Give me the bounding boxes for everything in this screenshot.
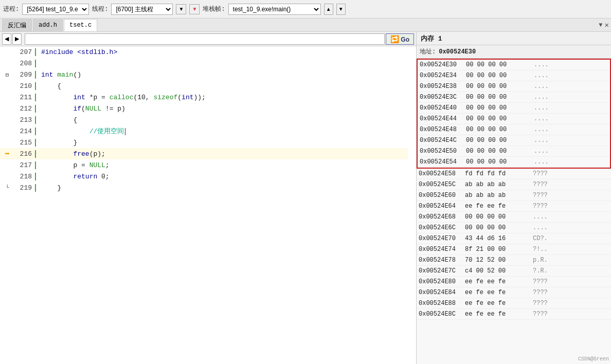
go-icon: 🔁 — [390, 35, 399, 43]
memory-row[interactable]: 0x00524E6C 00 00 00 00 .... — [417, 223, 611, 233]
mem-addr: 0x00524E88 — [417, 300, 464, 307]
memory-content[interactable]: 0x00524E30 00 00 00 00 .... 0x00524E34 0… — [417, 59, 611, 364]
code-toolbar: ◀ ▶ 🔁 Go — [0, 32, 416, 46]
memory-row[interactable]: 0x00524E68 00 00 00 00 .... — [417, 212, 611, 223]
memory-row[interactable]: 0x00524E80 ee fe ee fe ???? — [417, 277, 611, 287]
line-num-212: 212 — [14, 105, 36, 113]
mem-chars: p.R. — [531, 257, 550, 264]
tab-close-area: ▼ ✕ — [599, 21, 611, 29]
mem-chars: .... — [532, 83, 551, 90]
nav-back-btn[interactable]: ◀ — [2, 33, 11, 45]
line-content-213: { — [36, 116, 77, 124]
mem-addr: 0x00524E3C — [418, 94, 465, 101]
mem-chars: .... — [531, 213, 550, 221]
memory-row[interactable]: 0x00524E78 70 12 52 00 p.R. — [417, 255, 611, 266]
mem-addr: 0x00524E58 — [417, 170, 464, 177]
line-content-214: //使用空间 — [36, 126, 125, 136]
tab-add-h[interactable]: add.h — [33, 19, 63, 31]
mem-addr: 0x00524E34 — [418, 72, 465, 79]
mem-chars: .... — [532, 72, 551, 79]
fold-end-indicator: └ — [6, 185, 9, 191]
process-select[interactable]: [5264] test_10_9.e — [22, 4, 89, 15]
mem-chars: .... — [532, 94, 551, 101]
mem-addr: 0x00524E60 — [417, 192, 464, 199]
mem-chars: .... — [532, 115, 551, 122]
line-content-210: { — [36, 82, 61, 90]
mem-addr: 0x00524E30 — [418, 61, 465, 68]
tab-disasm[interactable]: 反汇编 — [2, 19, 32, 31]
mem-addr: 0x00524E78 — [417, 257, 464, 264]
memory-row[interactable]: 0x00524E70 43 44 d6 16 CD?. — [417, 233, 611, 244]
line-content-218: return 0; — [36, 173, 110, 180]
memory-row[interactable]: 0x00524E30 00 00 00 00 .... — [418, 60, 610, 70]
code-line-219: └ 219 } — [0, 182, 408, 193]
memory-row[interactable]: 0x00524E7C c4 00 52 00 ?.R. — [417, 266, 611, 277]
addr-label: 地址: — [420, 47, 436, 56]
mem-chars: ???? — [531, 170, 550, 177]
mem-bytes: 00 00 00 00 — [464, 224, 531, 231]
memory-row[interactable]: 0x00524E60 ab ab ab ab ???? — [417, 190, 611, 201]
line-num-218: 218 — [14, 173, 36, 180]
memory-row[interactable]: 0x00524E88 ee fe ee fe ???? — [417, 298, 611, 309]
memory-highlight-group: 0x00524E30 00 00 00 00 .... 0x00524E34 0… — [417, 59, 611, 169]
mem-chars: .... — [532, 104, 551, 112]
text-cursor — [125, 128, 125, 135]
stack-select[interactable]: test_10_9.exe!main() — [228, 4, 321, 15]
code-line-218: 218 return 0; — [0, 171, 408, 182]
line-num-213: 213 — [14, 116, 36, 124]
line-num-217: 217 — [14, 161, 36, 169]
stack-up-btn[interactable]: ▲ — [324, 4, 333, 15]
filter-btn-1[interactable]: ▼ — [176, 4, 186, 14]
mem-bytes: 43 44 d6 16 — [464, 235, 531, 242]
mem-bytes: fd fd fd fd — [464, 170, 531, 177]
memory-row[interactable]: 0x00524E40 00 00 00 00 .... — [418, 103, 610, 114]
mem-bytes: 00 00 00 00 — [465, 158, 532, 166]
memory-row[interactable]: 0x00524E8C ee fe ee fe ???? — [417, 309, 611, 320]
mem-addr: 0x00524E6C — [417, 224, 464, 231]
memory-row[interactable]: 0x00524E54 00 00 00 00 .... — [418, 157, 610, 168]
arrow-col-216: ➡ — [0, 149, 14, 159]
memory-row[interactable]: 0x00524E38 00 00 00 00 .... — [418, 81, 610, 92]
fold-indicator-209[interactable]: ⊟ — [6, 71, 9, 78]
memory-row[interactable]: 0x00524E4C 00 00 00 00 .... — [418, 135, 610, 146]
memory-row[interactable]: 0x00524E48 00 00 00 00 .... — [418, 124, 610, 135]
memory-row[interactable]: 0x00524E74 8f 21 00 00 ?!.. — [417, 244, 611, 255]
mem-chars: CD?. — [531, 235, 550, 242]
mem-chars: ???? — [531, 300, 550, 307]
thread-label: 线程: — [92, 5, 108, 13]
line-num-209: 209 — [14, 71, 36, 79]
memory-row[interactable]: 0x00524E84 ee fe ee fe ???? — [417, 287, 611, 298]
mem-addr: 0x00524E74 — [417, 246, 464, 253]
code-addr-input[interactable] — [25, 33, 385, 45]
tab-bar: 反汇编 add.h tset.c ▼ ✕ — [0, 19, 611, 32]
mem-bytes: ee fe ee fe — [464, 289, 531, 296]
memory-panel: 内存 1 地址: 0x00524E30 0x00524E30 00 00 00 … — [417, 32, 611, 364]
memory-row[interactable]: 0x00524E34 00 00 00 00 .... — [418, 70, 610, 81]
line-content-212: if(NULL != p) — [36, 105, 125, 113]
memory-row[interactable]: 0x00524E44 00 00 00 00 .... — [418, 114, 610, 124]
go-button[interactable]: 🔁 Go — [386, 33, 414, 45]
code-line-215: 215 } — [0, 137, 408, 148]
stack-down-btn[interactable]: ▼ — [336, 4, 346, 15]
code-content[interactable]: 207 #include <stdlib.h> 208 ⊟ 209 int ma… — [0, 46, 416, 364]
memory-row[interactable]: 0x00524E5C ab ab ab ab ???? — [417, 179, 611, 190]
line-content-219: } — [36, 184, 61, 192]
memory-row[interactable]: 0x00524E3C 00 00 00 00 .... — [418, 92, 610, 103]
mem-addr: 0x00524E7C — [417, 267, 464, 275]
mem-bytes: 00 00 00 00 — [465, 148, 532, 155]
tab-dropdown-arrow[interactable]: ▼ — [599, 22, 602, 29]
memory-row[interactable]: 0x00524E64 ee fe ee fe ???? — [417, 201, 611, 212]
tab-close-btn[interactable]: ✕ — [605, 21, 609, 29]
thread-select[interactable]: [6700] 主线程 — [111, 4, 173, 15]
mem-bytes: ee fe ee fe — [464, 203, 531, 210]
mem-chars: ???? — [531, 203, 550, 210]
memory-title: 内存 1 — [417, 32, 611, 45]
memory-row[interactable]: 0x00524E50 00 00 00 00 .... — [418, 146, 610, 157]
code-line-216: ➡ 216 free(p); — [0, 148, 408, 159]
memory-row[interactable]: 0x00524E58 fd fd fd fd ???? — [417, 169, 611, 179]
tab-tset-c[interactable]: tset.c — [64, 19, 97, 31]
nav-fwd-btn[interactable]: ▶ — [12, 33, 22, 45]
code-line-210: 210 { — [0, 80, 408, 92]
mem-chars: .... — [532, 126, 551, 133]
filter-btn-2[interactable]: ▼ — [189, 4, 200, 14]
